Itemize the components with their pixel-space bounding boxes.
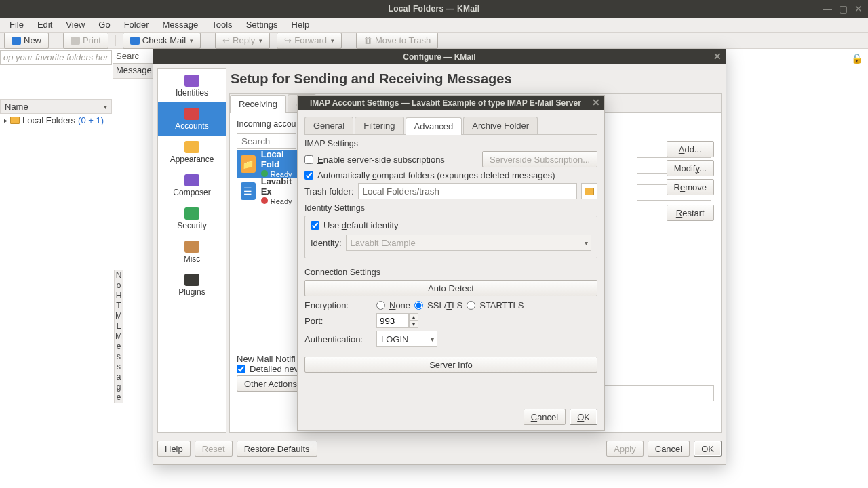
port-label: Port:	[304, 316, 372, 326]
separator	[208, 35, 208, 46]
reset-button[interactable]: Reset	[195, 441, 233, 457]
window-controls: — ▢ ✕	[823, 0, 863, 18]
middle-column: Searc Message	[113, 49, 153, 488]
no-html-message-strip: No HTML Message	[114, 270, 123, 403]
menu-view[interactable]: View	[60, 19, 90, 30]
folder-icon	[585, 188, 594, 195]
configure-page-title: Setup for Sending and Receiving Messages	[231, 71, 722, 87]
account-row-lavabit[interactable]: ☰ Lavabit ExReady	[237, 178, 302, 205]
menu-help[interactable]: Help	[286, 19, 315, 30]
restore-defaults-button[interactable]: Restore Defaults	[237, 441, 317, 457]
tab-filtering[interactable]: Filtering	[355, 117, 403, 134]
separator	[56, 35, 56, 46]
message-list-header[interactable]: Message	[113, 64, 153, 79]
ok-button[interactable]: OK	[570, 409, 597, 425]
minimize-icon[interactable]: —	[823, 3, 832, 14]
account-name: Local Fold	[261, 149, 298, 169]
auto-detect-button[interactable]: Auto Detect	[304, 280, 597, 296]
search-input[interactable]: Searc	[113, 49, 153, 64]
modify-button[interactable]: Modify...	[667, 160, 714, 176]
move-trash-button[interactable]: 🗑Move to Trash	[356, 33, 438, 49]
serverside-subscription-button[interactable]: Serverside Subscription...	[482, 151, 597, 167]
enable-ss-checkbox[interactable]: Enable server-side subscriptions	[304, 155, 445, 165]
category-appearance[interactable]: Appearance	[158, 136, 226, 169]
imap-settings-label: IMAP Settings	[304, 139, 597, 148]
add-button[interactable]: Add...	[667, 141, 714, 157]
category-plugins[interactable]: Plugins	[158, 268, 226, 302]
folder-count: (0 + 1)	[78, 115, 104, 125]
favorite-folders-placeholder[interactable]: op your favorite folders her	[0, 50, 112, 65]
box-icon	[184, 241, 199, 253]
auth-select[interactable]: LOGIN	[376, 331, 437, 347]
mail-icon: ☰	[241, 182, 256, 200]
account-row-local[interactable]: 📁 Local FoldReady	[237, 150, 302, 178]
plugins-icon	[184, 274, 199, 286]
help-button[interactable]: Help	[157, 441, 191, 457]
new-button[interactable]: New	[4, 33, 49, 49]
identities-icon	[184, 75, 199, 87]
tab-general[interactable]: General	[304, 117, 353, 134]
category-accounts[interactable]: Accounts	[158, 102, 226, 136]
maximize-icon[interactable]: ▢	[839, 3, 848, 14]
padlock-icon: 🔒	[851, 53, 863, 64]
folder-header[interactable]: Name ▾	[0, 99, 112, 114]
folder-row-local[interactable]: ▸ Local Folders (0 + 1)	[0, 114, 112, 127]
encryption-ssl-radio[interactable]: SSL/TLS	[414, 300, 462, 310]
incoming-label: Incoming accou	[237, 119, 296, 129]
reply-button[interactable]: ↩Reply▾	[215, 33, 270, 49]
apply-button[interactable]: Apply	[606, 441, 644, 457]
connection-settings-label: Connection Settings	[304, 268, 597, 277]
auto-compact-checkbox[interactable]: Automatically compact folders (expunges …	[304, 170, 555, 180]
menu-folder[interactable]: Folder	[119, 19, 155, 30]
account-status: Ready	[271, 197, 292, 205]
expand-icon[interactable]: ▸	[4, 117, 7, 124]
imap-title: IMAP Account Settings — Lavabit Example …	[310, 98, 581, 108]
port-input[interactable]	[376, 313, 409, 328]
category-identities[interactable]: Identities	[158, 69, 226, 102]
menu-edit[interactable]: Edit	[32, 19, 58, 30]
spin-up-icon[interactable]: ▴	[409, 313, 418, 321]
close-icon[interactable]: ✕	[713, 51, 722, 62]
tab-archive[interactable]: Archive Folder	[463, 117, 538, 134]
cancel-button[interactable]: Cancel	[648, 441, 690, 457]
category-security[interactable]: Security	[158, 202, 226, 235]
identity-settings-label: Identity Settings	[304, 203, 597, 213]
close-icon[interactable]: ✕	[854, 3, 863, 14]
configure-titlebar: Configure — KMail ✕	[153, 49, 726, 64]
menu-settings[interactable]: Settings	[241, 19, 283, 30]
menu-tools[interactable]: Tools	[206, 19, 237, 30]
menu-file[interactable]: File	[4, 19, 29, 30]
encryption-starttls-radio[interactable]: STARTTLS	[467, 300, 524, 310]
tab-advanced[interactable]: Advanced	[406, 117, 462, 135]
menu-message[interactable]: Message	[157, 19, 204, 30]
chevron-down-icon: ▾	[190, 37, 193, 44]
remove-button[interactable]: Remove	[667, 179, 714, 195]
account-search-input[interactable]	[237, 133, 296, 149]
server-info-button[interactable]: Server Info	[304, 357, 597, 373]
category-misc[interactable]: Misc	[158, 235, 226, 268]
folder-icon: 📁	[241, 155, 256, 173]
print-button[interactable]: Print	[63, 33, 108, 49]
identity-box: Use default identity Identity: Lavabit E…	[304, 216, 597, 258]
category-composer[interactable]: Composer	[158, 169, 226, 202]
browse-folder-button[interactable]	[581, 183, 597, 199]
forward-button[interactable]: ↪Forward▾	[277, 33, 342, 49]
tab-receiving[interactable]: Receiving	[230, 95, 286, 113]
appearance-icon	[184, 141, 199, 153]
spin-down-icon[interactable]: ▾	[409, 321, 418, 328]
menu-go[interactable]: Go	[93, 19, 115, 30]
encryption-none-radio[interactable]: None	[376, 300, 410, 310]
port-spinner[interactable]: ▴▾	[376, 313, 418, 328]
printer-icon	[71, 37, 80, 45]
identity-select: Lavabit Example	[346, 235, 591, 251]
check-mail-button[interactable]: Check Mail▾	[123, 33, 201, 49]
use-default-identity-checkbox[interactable]: Use default identity	[311, 220, 591, 230]
ok-button[interactable]: OK	[694, 441, 722, 457]
restart-button[interactable]: Restart	[667, 205, 714, 221]
close-icon[interactable]: ✕	[592, 97, 600, 108]
cancel-button[interactable]: Cancel	[524, 409, 566, 425]
main-titlebar: Local Folders — KMail — ▢ ✕	[0, 0, 868, 18]
trash-folder-input[interactable]	[358, 183, 578, 199]
imap-titlebar: IMAP Account Settings — Lavabit Example …	[298, 96, 604, 110]
identity-label: Identity:	[311, 238, 342, 248]
